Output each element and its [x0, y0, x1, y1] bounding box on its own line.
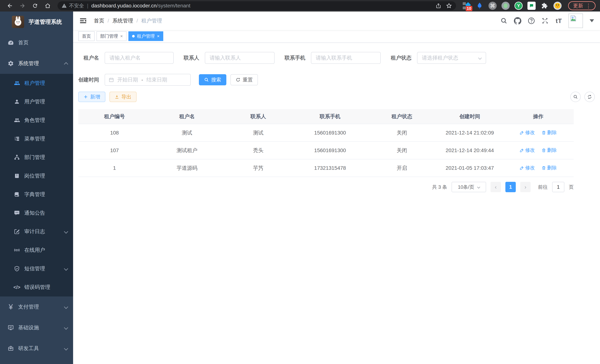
tenant-page: 租户名 联系人 联系手机 租户状态 请选择租户状态: [73, 43, 600, 364]
mobile-input[interactable]: [311, 52, 381, 64]
close-icon[interactable]: ×: [157, 34, 159, 39]
warning-icon: [62, 3, 67, 8]
reset-button[interactable]: 重置: [230, 74, 258, 85]
fullscreen-icon[interactable]: [541, 17, 549, 25]
hide-search-button[interactable]: [570, 92, 581, 102]
github-icon[interactable]: [514, 17, 522, 25]
security-label[interactable]: 不安全: [69, 2, 84, 9]
logo[interactable]: 芋道管理系统: [0, 11, 73, 32]
browser-toolbar: 不安全 | dashboard.yudao.iocoder.cn /system…: [0, 0, 600, 11]
chevron-down-icon: [64, 326, 68, 330]
gear-icon: [7, 60, 14, 67]
url-path: /system/tenant: [157, 3, 190, 9]
contact-input[interactable]: [205, 52, 275, 64]
page-size-select[interactable]: 10条/页: [451, 182, 486, 192]
user-icon: [14, 98, 20, 105]
update-button[interactable]: 更新 ⋮: [568, 1, 596, 10]
dict-book-icon: [14, 191, 20, 198]
role-peoples-icon: [14, 117, 20, 123]
sidebar-item-user[interactable]: 用户管理: [0, 92, 73, 111]
back-icon[interactable]: [4, 1, 15, 10]
total-count: 共 3 条: [432, 184, 447, 190]
help-icon[interactable]: [527, 17, 535, 25]
delete-link[interactable]: 删除: [542, 129, 557, 136]
table-header-row: 租户编号 租户名 联系人 联系手机 租户状态 创建时间 操作: [78, 109, 574, 124]
chevron-down-icon: [478, 56, 482, 60]
delete-link[interactable]: 删除: [542, 165, 557, 171]
kebab-menu-icon[interactable]: ⋮: [586, 3, 591, 9]
goto-page-input[interactable]: [552, 182, 564, 192]
tab-home[interactable]: 首页: [78, 31, 95, 41]
close-icon[interactable]: ×: [120, 34, 123, 39]
url-bar[interactable]: 不安全 | dashboard.yudao.iocoder.cn /system…: [57, 1, 456, 10]
date-range-input[interactable]: 开始日期 - 结束日期: [105, 74, 191, 86]
money-icon: ¥: [7, 304, 14, 310]
edit-link[interactable]: 修改: [520, 165, 535, 171]
sidebar-item-system[interactable]: 系统管理: [0, 53, 73, 74]
bookmark-star-icon[interactable]: [446, 3, 452, 9]
sidebar-item-pay[interactable]: ¥ 支付管理: [0, 297, 73, 317]
sidebar-item-infra[interactable]: 基础设施: [0, 317, 73, 338]
sidebar-item-sms[interactable]: 短信管理: [0, 259, 73, 278]
edit-link[interactable]: 修改: [520, 147, 535, 153]
share-icon[interactable]: [436, 3, 441, 9]
created-label: 创建时间: [78, 76, 99, 83]
navbar: 首页 / 系统管理 / 租户管理 tT: [73, 11, 600, 30]
add-button[interactable]: 新增: [78, 92, 105, 102]
sidebar-item-role[interactable]: 角色管理: [0, 111, 73, 130]
caret-down-icon[interactable]: [590, 19, 594, 22]
mobile-label: 联系手机: [285, 54, 305, 61]
export-button[interactable]: 导出: [110, 92, 137, 102]
sidebar-item-menu[interactable]: 菜单管理: [0, 130, 73, 148]
sidebar-item-dept[interactable]: 部门管理: [0, 148, 73, 167]
extension-chat-icon[interactable]: [527, 1, 536, 10]
table-row: 107 测试租户 秃头 15601691300 关闭 2021-12-14 20…: [78, 141, 574, 159]
reload-icon[interactable]: [30, 1, 40, 10]
breadcrumb-system[interactable]: 系统管理: [112, 17, 133, 24]
app-title: 芋道管理系统: [28, 18, 62, 26]
tab-dept[interactable]: 部门管理 ×: [96, 31, 127, 41]
search-button[interactable]: 搜索: [199, 74, 226, 85]
extension-kite-icon[interactable]: [475, 1, 484, 10]
edit-link[interactable]: 修改: [520, 129, 535, 136]
table-row: 1 芋道源码 芋艿 17321315478 开启 2021-01-05 17:0…: [78, 159, 574, 177]
code-icon: </>: [14, 284, 20, 290]
extension-tampermonkey-icon[interactable]: 10: [462, 1, 471, 10]
font-size-icon[interactable]: tT: [555, 17, 563, 25]
tab-tenant[interactable]: 租户管理 ×: [128, 31, 163, 41]
breadcrumb: 首页 / 系统管理 / 租户管理: [94, 17, 162, 24]
sidebar-item-online[interactable]: 在线用户: [0, 241, 73, 259]
monitor-icon: [7, 324, 14, 331]
tenant-name-label: 租户名: [78, 54, 99, 61]
search-icon[interactable]: [500, 17, 508, 25]
breadcrumb-home[interactable]: 首页: [94, 17, 104, 24]
chevron-up-icon: [64, 62, 68, 66]
sidebar-item-errorcode[interactable]: </> 错误码管理: [0, 278, 73, 297]
sidebar-item-dict[interactable]: 字典管理: [0, 185, 73, 204]
post-badge-icon: [14, 173, 20, 179]
status-select[interactable]: 请选择租户状态: [417, 52, 486, 64]
extension-cmd-icon[interactable]: ⌘: [488, 1, 497, 10]
extension-emoji-icon[interactable]: [553, 1, 562, 10]
prev-page-button[interactable]: ‹: [490, 182, 501, 192]
extension-puzzle-icon[interactable]: [540, 1, 549, 10]
tenant-name-input[interactable]: [105, 52, 174, 64]
home-icon[interactable]: [42, 1, 53, 10]
refresh-button[interactable]: [584, 92, 595, 102]
extension-gray-green-icon[interactable]: [501, 1, 510, 10]
sidebar-item-home[interactable]: 首页: [0, 32, 73, 53]
sidebar-item-post[interactable]: 岗位管理: [0, 167, 73, 185]
sidebar-item-auditlog[interactable]: 审计日志: [0, 222, 73, 241]
sidebar-item-tenant[interactable]: 租户管理: [0, 74, 73, 92]
avatar[interactable]: [568, 14, 583, 28]
collapse-sidebar-icon[interactable]: [79, 17, 87, 25]
extension-y-icon[interactable]: Y: [514, 1, 523, 10]
forward-icon[interactable]: [17, 1, 28, 10]
system-submenu: 租户管理 用户管理 角色管理 菜单管理 部门管理 岗位管理: [0, 74, 73, 297]
next-page-button[interactable]: ›: [520, 182, 531, 192]
delete-link[interactable]: 删除: [542, 147, 557, 153]
sidebar-item-devtools[interactable]: 研发工具: [0, 338, 73, 359]
contact-label: 联系人: [184, 54, 199, 61]
page-1-button[interactable]: 1: [505, 182, 516, 192]
sidebar-item-notice[interactable]: 通知公告: [0, 204, 73, 222]
